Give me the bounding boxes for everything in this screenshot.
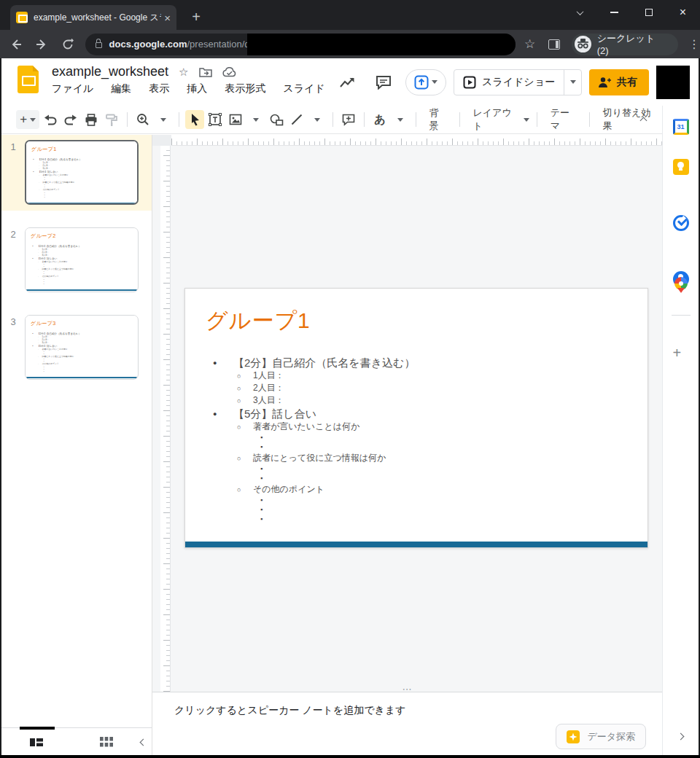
cloud-status-icon[interactable]	[222, 67, 237, 77]
explore-button[interactable]: データ探索	[556, 724, 646, 749]
insert-shape-button[interactable]	[267, 110, 286, 129]
insert-image-button[interactable]	[226, 110, 245, 129]
close-window-button[interactable]: ×	[666, 0, 700, 25]
slideshow-options-button[interactable]	[564, 70, 581, 95]
slide-canvas[interactable]: グループ1 【2分】自己紹介（氏名を書き込む）1人目：2人目：3人目：【5分】話…	[152, 135, 662, 692]
comment-icon	[376, 75, 392, 90]
incognito-badge[interactable]: シークレット (2)	[572, 34, 678, 55]
hide-side-panel-button[interactable]	[672, 727, 690, 745]
line-caret-button[interactable]	[308, 110, 327, 129]
window-menu-button[interactable]	[563, 0, 597, 25]
collapse-filmstrip-button[interactable]	[136, 735, 150, 749]
back-button[interactable]	[6, 34, 26, 55]
zoom-caret-button[interactable]	[154, 110, 173, 129]
move-folder-icon[interactable]	[199, 67, 212, 77]
insert-line-button[interactable]	[287, 110, 306, 129]
redo-button[interactable]	[61, 110, 80, 129]
thumb-bullet	[44, 196, 134, 198]
tab-close-icon[interactable]: ×	[164, 12, 171, 24]
collapse-toolbar-button[interactable]	[634, 112, 652, 129]
browser-tab[interactable]: example_worksheet - Google スラ ×	[10, 5, 176, 30]
slide-bullet: 1人目：	[253, 370, 630, 382]
present-button[interactable]	[405, 69, 446, 95]
menu-item[interactable]: スライド	[283, 82, 324, 95]
maps-icon[interactable]	[674, 277, 688, 293]
slide-thumbnail-1[interactable]: 1 グループ1 【2分】自己紹介（氏名を書き込む）1人目：2人目：3人目：【5分…	[1, 135, 152, 211]
notes-placeholder[interactable]: クリックするとスピーカー ノートを追加できます	[152, 692, 662, 717]
url-bar[interactable]: docs.google.com /presentation/d/	[85, 34, 516, 55]
menu-item[interactable]: 編集	[111, 82, 131, 95]
account-avatar-redacted[interactable]	[656, 66, 690, 99]
undo-button[interactable]	[41, 110, 60, 129]
menu-item[interactable]: 挿入	[187, 82, 207, 95]
document-title[interactable]: example_worksheet	[52, 64, 168, 79]
present-arrow-icon	[414, 75, 429, 90]
chevron-right-icon	[677, 732, 685, 740]
slideshow-button[interactable]: スライドショー	[454, 69, 582, 95]
slide-thumbnail-3[interactable]: 3 グループ3 【2分】自己紹介（氏名を書き込む）1人目：2人目：3人目：【5分…	[1, 310, 152, 386]
image-icon	[229, 114, 242, 125]
transition-button[interactable]: 切り替え効果	[596, 110, 662, 129]
minimize-icon	[610, 12, 618, 13]
current-slide[interactable]: グループ1 【2分】自己紹介（氏名を書き込む）1人目：2人目：3人目：【5分】話…	[184, 288, 648, 548]
grid-view-button[interactable]	[99, 735, 114, 749]
notes-resize-handle[interactable]: ⋯	[402, 684, 413, 695]
star-document-icon[interactable]: ☆	[179, 66, 188, 79]
slides-favicon-icon	[16, 12, 28, 23]
activity-dashboard-button[interactable]	[332, 68, 362, 97]
print-button[interactable]	[82, 110, 101, 129]
zoom-in-icon	[136, 113, 149, 126]
caret-down-icon	[524, 118, 529, 122]
select-tool-button[interactable]	[185, 110, 204, 129]
get-addons-button[interactable]: +	[673, 345, 689, 361]
new-tab-button[interactable]: +	[187, 7, 206, 26]
browser-menu-icon[interactable]: ⋮	[688, 37, 700, 51]
background-button[interactable]: 背景	[422, 110, 454, 129]
paint-format-button[interactable]	[102, 110, 121, 129]
slide-accent-bar	[26, 289, 137, 291]
share-button[interactable]: 共有	[589, 69, 649, 95]
speaker-notes-panel[interactable]: ⋯ クリックするとスピーカー ノートを追加できます データ探索	[152, 692, 662, 755]
maximize-button[interactable]	[631, 0, 666, 25]
thumbnail-frame[interactable]: グループ1 【2分】自己紹介（氏名を書き込む）1人目：2人目：3人目：【5分】話…	[25, 140, 139, 205]
slides-logo-icon[interactable]	[18, 66, 39, 93]
image-caret-button[interactable]	[246, 110, 265, 129]
slide-number: 3	[1, 315, 25, 380]
text-box-button[interactable]	[206, 110, 225, 129]
slide-title-textbox[interactable]: グループ1	[206, 306, 311, 336]
filmstrip-view-button[interactable]	[29, 735, 44, 749]
keep-icon[interactable]	[673, 159, 689, 175]
menu-item[interactable]: ファイル	[52, 82, 93, 95]
comments-button[interactable]	[369, 68, 398, 97]
slide-bullet	[260, 496, 630, 505]
menu-item[interactable]: 表示形式	[225, 82, 265, 95]
thumbnail-frame[interactable]: グループ3 【2分】自己紹介（氏名を書き込む）1人目：2人目：3人目：【5分】話…	[25, 315, 139, 380]
menu-item[interactable]: 表示	[149, 82, 169, 95]
slide-bullet	[260, 515, 630, 524]
caret-down-icon	[253, 118, 259, 122]
layout-button[interactable]: レイアウト	[465, 110, 530, 129]
insert-comment-button[interactable]	[339, 110, 358, 129]
forward-button[interactable]	[32, 34, 52, 55]
calendar-icon[interactable]: 31	[673, 119, 689, 135]
text-style-caret-button[interactable]	[391, 110, 410, 129]
bookmark-star-icon[interactable]: ☆	[524, 36, 535, 52]
minimize-button[interactable]	[597, 0, 631, 25]
thumbnail-frame[interactable]: グループ2 【2分】自己紹介（氏名を書き込む）1人目：2人目：3人目：【5分】話…	[25, 227, 139, 292]
slide-body-textbox[interactable]: 【2分】自己紹介（氏名を書き込む）1人目：2人目：3人目：【5分】話し合い著者が…	[233, 356, 630, 524]
side-panel-icon[interactable]	[548, 39, 560, 50]
zoom-button[interactable]	[133, 110, 152, 129]
browser-titlebar: example_worksheet - Google スラ × + ×	[0, 0, 700, 30]
toolbar-divider	[179, 112, 179, 127]
caret-down-icon	[397, 118, 403, 122]
tasks-icon[interactable]	[673, 215, 689, 231]
reload-button[interactable]	[58, 34, 78, 55]
text-style-button[interactable]: あ	[370, 110, 389, 129]
slide-bullet	[260, 442, 630, 452]
slide-accent-bar	[185, 542, 648, 547]
theme-button[interactable]: テーマ	[543, 110, 583, 129]
slide-thumbnail-2[interactable]: 2 グループ2 【2分】自己紹介（氏名を書き込む）1人目：2人目：3人目：【5分…	[1, 222, 152, 298]
new-slide-button[interactable]: +	[16, 110, 39, 129]
slide-number: 1	[1, 140, 25, 205]
window-bottom-edge	[0, 755, 700, 758]
